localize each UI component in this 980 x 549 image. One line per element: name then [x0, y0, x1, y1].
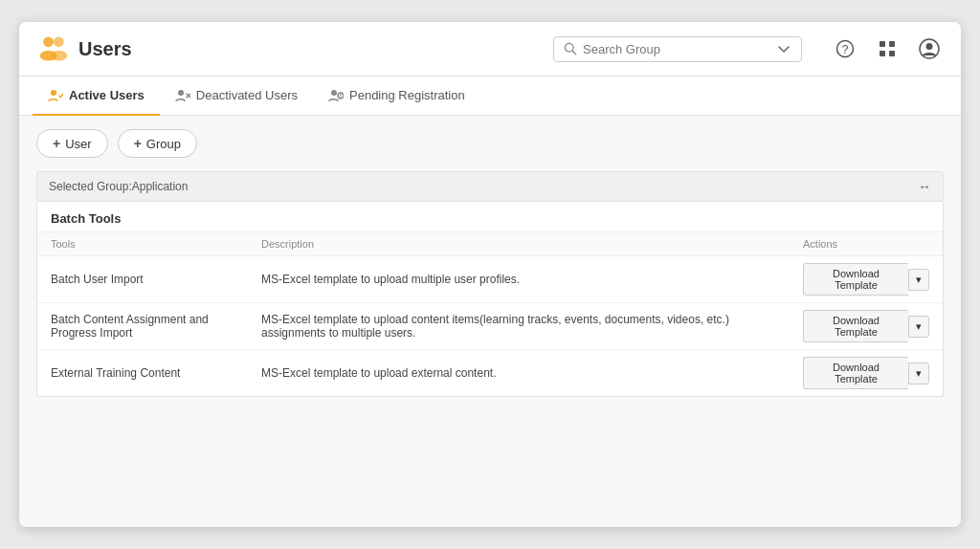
selected-group-bar: Selected Group:Application ↔ [36, 171, 944, 202]
tab-pending-registration[interactable]: Pending Registration [313, 77, 480, 116]
batch-tools-table: Tools Description Actions Batch User Imp… [37, 232, 943, 396]
download-template-dropdown-button[interactable]: ▾ [908, 362, 929, 384]
col-tools: Tools [37, 232, 248, 256]
tab-deactivated-users[interactable]: Deactivated Users [160, 77, 313, 116]
batch-tool-action: Download Template ▾ [790, 303, 943, 350]
add-user-button[interactable]: + User [36, 129, 108, 158]
svg-rect-11 [889, 51, 895, 56]
pending-registration-tab-icon [328, 89, 344, 102]
logo-area: Users [36, 32, 132, 66]
svg-point-13 [926, 43, 933, 50]
deactivated-users-tab-icon [175, 89, 190, 102]
batch-tool-description: MS-Excel template to upload multiple use… [248, 256, 790, 303]
svg-line-5 [572, 51, 576, 55]
action-toolbar: + User + Group [36, 129, 944, 158]
help-icon: ? [835, 39, 855, 58]
download-template-dropdown-button[interactable]: ▾ [908, 316, 929, 338]
main-window: Users ? [19, 22, 961, 527]
tab-active-users[interactable]: Active Users [33, 77, 160, 116]
profile-icon [919, 38, 940, 59]
app-title: Users [78, 38, 132, 60]
svg-point-14 [51, 90, 56, 96]
download-template-button[interactable]: Download Template [803, 263, 908, 296]
download-template-button[interactable]: Download Template [803, 310, 908, 342]
batch-tools-panel: Batch Tools Tools Description Actions Ba… [36, 202, 944, 397]
grid-icon [878, 39, 897, 58]
batch-tool-action: Download Template ▾ [790, 256, 943, 303]
batch-tool-action: Download Template ▾ [790, 350, 943, 397]
svg-point-15 [178, 90, 184, 96]
batch-tool-name: Batch Content Assignment and Progress Im… [37, 303, 248, 350]
active-users-tab-icon [48, 89, 63, 102]
col-actions: Actions [790, 232, 943, 256]
table-row: External Training Content MS-Excel templ… [37, 350, 943, 397]
add-user-label: User [65, 137, 91, 151]
table-row: Batch User Import MS-Excel template to u… [37, 256, 943, 303]
content-area: + User + Group Selected Group:Applicatio… [19, 116, 961, 527]
svg-point-21 [341, 97, 342, 98]
col-description: Description [248, 232, 790, 256]
grid-button[interactable] [873, 34, 902, 63]
svg-rect-10 [880, 51, 885, 56]
svg-point-3 [50, 51, 67, 61]
batch-tool-description: MS-Excel template to upload content item… [248, 303, 790, 350]
add-group-button[interactable]: + Group [118, 129, 197, 158]
users-logo-icon [36, 32, 71, 66]
selected-group-label: Selected Group:Application [49, 180, 188, 193]
add-group-plus-icon: + [134, 136, 142, 151]
batch-tool-name: Batch User Import [37, 256, 248, 303]
profile-button[interactable] [915, 34, 944, 63]
search-icon [564, 42, 577, 55]
tab-active-users-label: Active Users [69, 88, 145, 102]
add-user-plus-icon: + [53, 136, 60, 151]
batch-tool-description: MS-Excel template to upload external con… [248, 350, 790, 397]
search-input[interactable] [583, 42, 770, 56]
svg-text:?: ? [842, 43, 849, 56]
header-icons-area: ? [831, 34, 944, 63]
search-dropdown-button[interactable] [776, 42, 791, 56]
download-template-dropdown-button[interactable]: ▾ [908, 269, 929, 291]
svg-point-0 [43, 36, 54, 47]
tabs-bar: Active Users Deactivated Users Pending R… [19, 77, 961, 116]
tab-pending-registration-label: Pending Registration [349, 88, 465, 102]
svg-point-18 [331, 90, 337, 96]
svg-point-1 [54, 36, 64, 47]
batch-tool-name: External Training Content [37, 350, 248, 397]
table-row: Batch Content Assignment and Progress Im… [37, 303, 943, 350]
header: Users ? [19, 22, 961, 77]
group-bar-expand-icon[interactable]: ↔ [918, 179, 931, 194]
search-group-container [553, 36, 802, 62]
download-template-button[interactable]: Download Template [803, 357, 908, 389]
batch-tools-title: Batch Tools [37, 202, 943, 232]
svg-rect-9 [889, 41, 895, 47]
svg-rect-8 [880, 41, 885, 47]
add-group-label: Group [146, 137, 181, 151]
tab-deactivated-users-label: Deactivated Users [196, 88, 298, 102]
help-button[interactable]: ? [831, 34, 859, 63]
